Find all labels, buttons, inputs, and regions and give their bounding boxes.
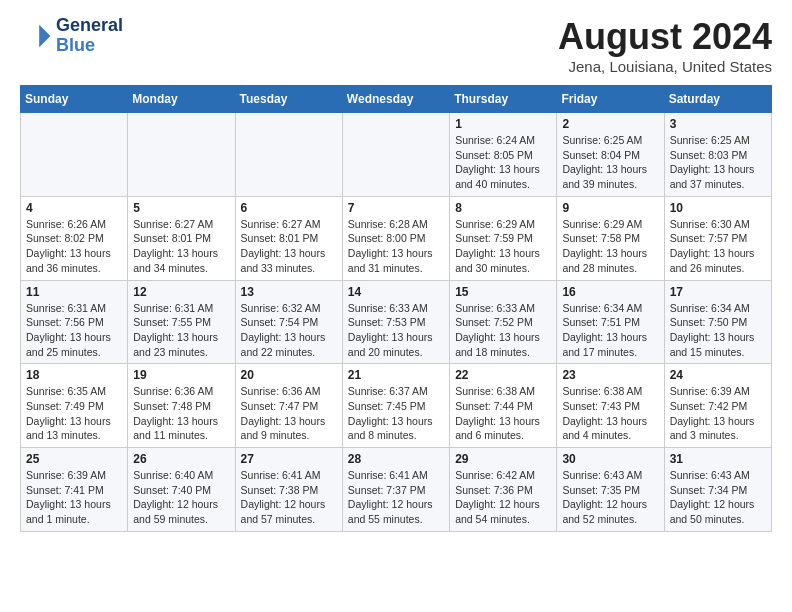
calendar-cell: 11Sunrise: 6:31 AM Sunset: 7:56 PM Dayli… xyxy=(21,280,128,364)
day-info: Sunrise: 6:25 AM Sunset: 8:04 PM Dayligh… xyxy=(562,133,658,192)
calendar-cell: 8Sunrise: 6:29 AM Sunset: 7:59 PM Daylig… xyxy=(450,196,557,280)
day-header-thursday: Thursday xyxy=(450,86,557,113)
calendar-cell: 9Sunrise: 6:29 AM Sunset: 7:58 PM Daylig… xyxy=(557,196,664,280)
day-number: 29 xyxy=(455,452,551,466)
day-number: 11 xyxy=(26,285,122,299)
day-info: Sunrise: 6:37 AM Sunset: 7:45 PM Dayligh… xyxy=(348,384,444,443)
day-info: Sunrise: 6:41 AM Sunset: 7:37 PM Dayligh… xyxy=(348,468,444,527)
calendar-cell xyxy=(128,113,235,197)
logo: General Blue xyxy=(20,16,123,56)
day-number: 16 xyxy=(562,285,658,299)
calendar-cell: 20Sunrise: 6:36 AM Sunset: 7:47 PM Dayli… xyxy=(235,364,342,448)
day-info: Sunrise: 6:33 AM Sunset: 7:53 PM Dayligh… xyxy=(348,301,444,360)
calendar-cell: 29Sunrise: 6:42 AM Sunset: 7:36 PM Dayli… xyxy=(450,448,557,532)
day-number: 12 xyxy=(133,285,229,299)
day-info: Sunrise: 6:34 AM Sunset: 7:51 PM Dayligh… xyxy=(562,301,658,360)
day-number: 19 xyxy=(133,368,229,382)
day-info: Sunrise: 6:34 AM Sunset: 7:50 PM Dayligh… xyxy=(670,301,766,360)
day-number: 18 xyxy=(26,368,122,382)
day-info: Sunrise: 6:35 AM Sunset: 7:49 PM Dayligh… xyxy=(26,384,122,443)
day-info: Sunrise: 6:27 AM Sunset: 8:01 PM Dayligh… xyxy=(241,217,337,276)
calendar-header-row: SundayMondayTuesdayWednesdayThursdayFrid… xyxy=(21,86,772,113)
day-info: Sunrise: 6:29 AM Sunset: 7:59 PM Dayligh… xyxy=(455,217,551,276)
calendar-cell: 3Sunrise: 6:25 AM Sunset: 8:03 PM Daylig… xyxy=(664,113,771,197)
calendar-cell: 14Sunrise: 6:33 AM Sunset: 7:53 PM Dayli… xyxy=(342,280,449,364)
page-subtitle: Jena, Louisiana, United States xyxy=(558,58,772,75)
calendar-cell: 4Sunrise: 6:26 AM Sunset: 8:02 PM Daylig… xyxy=(21,196,128,280)
day-number: 8 xyxy=(455,201,551,215)
day-info: Sunrise: 6:36 AM Sunset: 7:48 PM Dayligh… xyxy=(133,384,229,443)
calendar-cell: 23Sunrise: 6:38 AM Sunset: 7:43 PM Dayli… xyxy=(557,364,664,448)
day-header-saturday: Saturday xyxy=(664,86,771,113)
page-title: August 2024 xyxy=(558,16,772,58)
svg-marker-1 xyxy=(44,25,50,31)
day-number: 30 xyxy=(562,452,658,466)
day-info: Sunrise: 6:43 AM Sunset: 7:34 PM Dayligh… xyxy=(670,468,766,527)
calendar-cell: 7Sunrise: 6:28 AM Sunset: 8:00 PM Daylig… xyxy=(342,196,449,280)
calendar-cell: 12Sunrise: 6:31 AM Sunset: 7:55 PM Dayli… xyxy=(128,280,235,364)
calendar-cell: 21Sunrise: 6:37 AM Sunset: 7:45 PM Dayli… xyxy=(342,364,449,448)
day-info: Sunrise: 6:42 AM Sunset: 7:36 PM Dayligh… xyxy=(455,468,551,527)
day-number: 4 xyxy=(26,201,122,215)
logo-icon xyxy=(20,20,52,52)
day-info: Sunrise: 6:26 AM Sunset: 8:02 PM Dayligh… xyxy=(26,217,122,276)
day-header-wednesday: Wednesday xyxy=(342,86,449,113)
calendar-week-row: 18Sunrise: 6:35 AM Sunset: 7:49 PM Dayli… xyxy=(21,364,772,448)
calendar-cell: 27Sunrise: 6:41 AM Sunset: 7:38 PM Dayli… xyxy=(235,448,342,532)
svg-marker-0 xyxy=(39,25,50,47)
calendar-cell: 31Sunrise: 6:43 AM Sunset: 7:34 PM Dayli… xyxy=(664,448,771,532)
day-info: Sunrise: 6:36 AM Sunset: 7:47 PM Dayligh… xyxy=(241,384,337,443)
day-number: 27 xyxy=(241,452,337,466)
day-info: Sunrise: 6:24 AM Sunset: 8:05 PM Dayligh… xyxy=(455,133,551,192)
day-number: 22 xyxy=(455,368,551,382)
calendar-week-row: 25Sunrise: 6:39 AM Sunset: 7:41 PM Dayli… xyxy=(21,448,772,532)
calendar-cell: 10Sunrise: 6:30 AM Sunset: 7:57 PM Dayli… xyxy=(664,196,771,280)
calendar-cell: 15Sunrise: 6:33 AM Sunset: 7:52 PM Dayli… xyxy=(450,280,557,364)
calendar-cell: 26Sunrise: 6:40 AM Sunset: 7:40 PM Dayli… xyxy=(128,448,235,532)
calendar-cell: 13Sunrise: 6:32 AM Sunset: 7:54 PM Dayli… xyxy=(235,280,342,364)
day-number: 1 xyxy=(455,117,551,131)
day-info: Sunrise: 6:31 AM Sunset: 7:56 PM Dayligh… xyxy=(26,301,122,360)
calendar-cell: 22Sunrise: 6:38 AM Sunset: 7:44 PM Dayli… xyxy=(450,364,557,448)
calendar-cell: 28Sunrise: 6:41 AM Sunset: 7:37 PM Dayli… xyxy=(342,448,449,532)
calendar-cell: 5Sunrise: 6:27 AM Sunset: 8:01 PM Daylig… xyxy=(128,196,235,280)
day-info: Sunrise: 6:30 AM Sunset: 7:57 PM Dayligh… xyxy=(670,217,766,276)
day-info: Sunrise: 6:25 AM Sunset: 8:03 PM Dayligh… xyxy=(670,133,766,192)
day-info: Sunrise: 6:39 AM Sunset: 7:42 PM Dayligh… xyxy=(670,384,766,443)
calendar-cell: 18Sunrise: 6:35 AM Sunset: 7:49 PM Dayli… xyxy=(21,364,128,448)
calendar-week-row: 11Sunrise: 6:31 AM Sunset: 7:56 PM Dayli… xyxy=(21,280,772,364)
day-info: Sunrise: 6:28 AM Sunset: 8:00 PM Dayligh… xyxy=(348,217,444,276)
day-number: 21 xyxy=(348,368,444,382)
calendar-week-row: 1Sunrise: 6:24 AM Sunset: 8:05 PM Daylig… xyxy=(21,113,772,197)
day-info: Sunrise: 6:38 AM Sunset: 7:43 PM Dayligh… xyxy=(562,384,658,443)
calendar-cell: 2Sunrise: 6:25 AM Sunset: 8:04 PM Daylig… xyxy=(557,113,664,197)
day-number: 26 xyxy=(133,452,229,466)
day-number: 2 xyxy=(562,117,658,131)
day-info: Sunrise: 6:32 AM Sunset: 7:54 PM Dayligh… xyxy=(241,301,337,360)
day-info: Sunrise: 6:41 AM Sunset: 7:38 PM Dayligh… xyxy=(241,468,337,527)
day-number: 24 xyxy=(670,368,766,382)
day-number: 28 xyxy=(348,452,444,466)
day-number: 6 xyxy=(241,201,337,215)
calendar-cell: 1Sunrise: 6:24 AM Sunset: 8:05 PM Daylig… xyxy=(450,113,557,197)
day-info: Sunrise: 6:29 AM Sunset: 7:58 PM Dayligh… xyxy=(562,217,658,276)
day-info: Sunrise: 6:27 AM Sunset: 8:01 PM Dayligh… xyxy=(133,217,229,276)
day-number: 31 xyxy=(670,452,766,466)
day-info: Sunrise: 6:40 AM Sunset: 7:40 PM Dayligh… xyxy=(133,468,229,527)
calendar-cell: 25Sunrise: 6:39 AM Sunset: 7:41 PM Dayli… xyxy=(21,448,128,532)
calendar-cell: 30Sunrise: 6:43 AM Sunset: 7:35 PM Dayli… xyxy=(557,448,664,532)
calendar-table: SundayMondayTuesdayWednesdayThursdayFrid… xyxy=(20,85,772,532)
calendar-cell xyxy=(21,113,128,197)
calendar-cell: 16Sunrise: 6:34 AM Sunset: 7:51 PM Dayli… xyxy=(557,280,664,364)
day-number: 23 xyxy=(562,368,658,382)
day-number: 3 xyxy=(670,117,766,131)
day-info: Sunrise: 6:39 AM Sunset: 7:41 PM Dayligh… xyxy=(26,468,122,527)
calendar-cell xyxy=(235,113,342,197)
day-info: Sunrise: 6:43 AM Sunset: 7:35 PM Dayligh… xyxy=(562,468,658,527)
day-number: 9 xyxy=(562,201,658,215)
calendar-cell: 17Sunrise: 6:34 AM Sunset: 7:50 PM Dayli… xyxy=(664,280,771,364)
day-header-tuesday: Tuesday xyxy=(235,86,342,113)
calendar-cell: 19Sunrise: 6:36 AM Sunset: 7:48 PM Dayli… xyxy=(128,364,235,448)
logo-text: General Blue xyxy=(56,16,123,56)
day-number: 25 xyxy=(26,452,122,466)
